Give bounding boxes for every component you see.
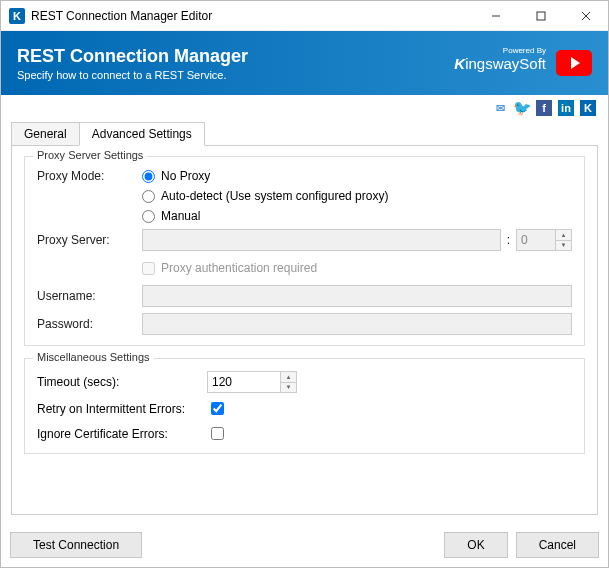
tab-advanced-settings[interactable]: Advanced Settings xyxy=(79,122,205,146)
proxy-auth-checkbox-row[interactable]: Proxy authentication required xyxy=(142,261,317,275)
tab-content: Proxy Server Settings Proxy Mode: No Pro… xyxy=(11,145,598,515)
radio-label: Manual xyxy=(161,209,200,223)
spin-down-icon[interactable]: ▼ xyxy=(280,382,296,393)
timeout-label: Timeout (secs): xyxy=(37,375,207,389)
test-connection-button[interactable]: Test Connection xyxy=(10,532,142,558)
proxy-port-spinner[interactable]: ▲▼ xyxy=(516,229,572,251)
proxy-mode-manual[interactable]: Manual xyxy=(142,209,388,223)
header-banner: REST Connection Manager Specify how to c… xyxy=(1,31,608,95)
proxy-server-label: Proxy Server: xyxy=(37,233,142,247)
window-titlebar: K REST Connection Manager Editor xyxy=(1,1,608,31)
radio-manual[interactable] xyxy=(142,210,155,223)
cancel-button[interactable]: Cancel xyxy=(516,532,599,558)
proxy-mode-label: Proxy Mode: xyxy=(37,169,142,183)
app-icon: K xyxy=(9,8,25,24)
dialog-footer: Test Connection OK Cancel xyxy=(10,532,599,558)
tab-strip: General Advanced Settings xyxy=(11,122,598,146)
proxy-port-input[interactable] xyxy=(517,233,555,247)
username-input[interactable] xyxy=(142,285,572,307)
spin-up-icon[interactable]: ▲ xyxy=(280,372,296,382)
proxy-server-input[interactable] xyxy=(142,229,501,251)
proxy-mode-no-proxy[interactable]: No Proxy xyxy=(142,169,388,183)
maximize-button[interactable] xyxy=(518,1,563,31)
password-label: Password: xyxy=(37,317,142,331)
twitter-icon[interactable]: 🐦 xyxy=(514,100,530,116)
brand-logo: Powered By KingswaySoft xyxy=(454,55,546,72)
spin-up-icon[interactable]: ▲ xyxy=(555,230,571,240)
retry-checkbox[interactable] xyxy=(211,402,224,415)
radio-no-proxy[interactable] xyxy=(142,170,155,183)
radio-label: No Proxy xyxy=(161,169,210,183)
window-title: REST Connection Manager Editor xyxy=(31,9,473,23)
proxy-group-label: Proxy Server Settings xyxy=(33,149,147,161)
retry-label: Retry on Intermittent Errors: xyxy=(37,402,207,416)
port-separator: : xyxy=(507,233,510,247)
page-subtitle: Specify how to connect to a REST Service… xyxy=(17,69,454,81)
ok-button[interactable]: OK xyxy=(444,532,507,558)
checkbox-label: Proxy authentication required xyxy=(161,261,317,275)
timeout-input[interactable] xyxy=(208,375,246,389)
ignore-cert-label: Ignore Certificate Errors: xyxy=(37,427,207,441)
minimize-button[interactable] xyxy=(473,1,518,31)
social-bar: ✉ 🐦 f in K xyxy=(1,95,608,121)
facebook-icon[interactable]: f xyxy=(536,100,552,116)
mail-icon[interactable]: ✉ xyxy=(492,100,508,116)
spin-down-icon[interactable]: ▼ xyxy=(555,240,571,251)
proxy-settings-group: Proxy Server Settings Proxy Mode: No Pro… xyxy=(24,156,585,346)
misc-group-label: Miscellaneous Settings xyxy=(33,351,154,363)
timeout-spinner[interactable]: ▲▼ xyxy=(207,371,297,393)
tab-general[interactable]: General xyxy=(11,122,80,146)
brand-icon[interactable]: K xyxy=(580,100,596,116)
proxy-mode-auto-detect[interactable]: Auto-detect (Use system configured proxy… xyxy=(142,189,388,203)
radio-auto-detect[interactable] xyxy=(142,190,155,203)
page-title: REST Connection Manager xyxy=(17,46,454,67)
username-label: Username: xyxy=(37,289,142,303)
proxy-auth-checkbox[interactable] xyxy=(142,262,155,275)
close-button[interactable] xyxy=(563,1,608,31)
youtube-icon[interactable] xyxy=(556,50,592,76)
misc-settings-group: Miscellaneous Settings Timeout (secs): ▲… xyxy=(24,358,585,454)
linkedin-icon[interactable]: in xyxy=(558,100,574,116)
svg-rect-1 xyxy=(537,12,545,20)
ignore-cert-checkbox[interactable] xyxy=(211,427,224,440)
radio-label: Auto-detect (Use system configured proxy… xyxy=(161,189,388,203)
password-input[interactable] xyxy=(142,313,572,335)
